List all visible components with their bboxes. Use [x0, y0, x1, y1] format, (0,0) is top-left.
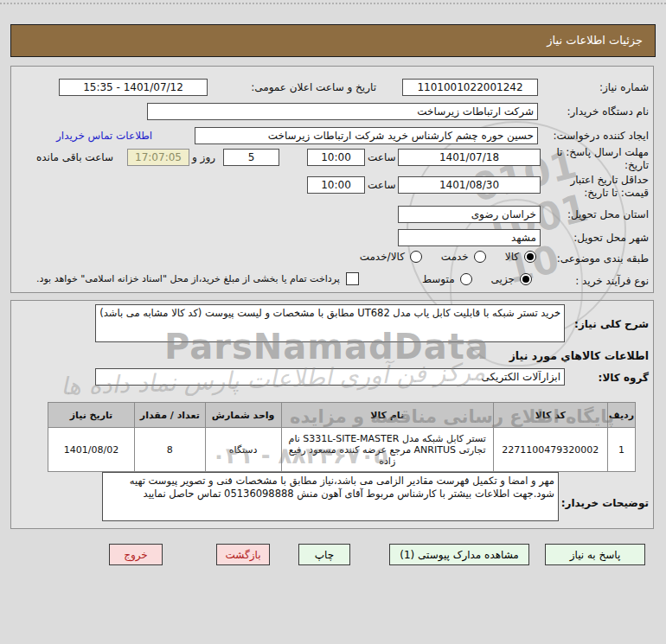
delivery-province-label: استان محل تحویل: [567, 208, 649, 220]
delivery-province-input[interactable] [398, 206, 541, 223]
announce-datetime-label: تاریخ و ساعت اعلان عمومی: [251, 81, 376, 93]
purchase-process-label: نوع فرآیند خرید : [575, 275, 649, 287]
need-number-label: شماره نیاز: [599, 81, 649, 93]
validity-hour-input[interactable] [307, 176, 365, 194]
buyer-notes-label: توضیحات خریدار: [561, 497, 649, 509]
request-creator-input[interactable] [195, 127, 538, 144]
subject-classification-label: طبقه بندی موضوعی: [557, 252, 649, 265]
deadline-hour-label: ساعت [368, 151, 396, 163]
cell-row-number: 1 [607, 428, 635, 472]
cell-goods-code: 2271100479320002 [493, 428, 607, 472]
price-validity-label: حداقل تاریخ اعتبار قیمت: تا تاریخ: [547, 174, 649, 200]
service-radio[interactable] [474, 251, 486, 263]
subject-classification-options: کالا خدمت کالا/خدمت [360, 251, 536, 263]
top-divider [0, 3, 666, 4]
delivery-city-input[interactable] [398, 229, 541, 246]
goods-group-input[interactable] [95, 368, 565, 386]
cell-unit: دستگاه [205, 428, 281, 472]
cell-goods-name: تستر کابل شبکه مدل S331L-SITE-MASTER نام… [281, 428, 493, 472]
goods-table-header-row: ردیف کد کالا نام کالا واحد شمارش تعداد /… [48, 403, 636, 428]
hours-remaining-label: ساعت باقی مانده [36, 151, 113, 163]
buyer-notes-box[interactable]: مهر و امضا و تکمیل فهرست مقادیر الزامی م… [102, 472, 559, 521]
cell-quantity: 8 [134, 428, 205, 472]
exit-button[interactable]: خروج [109, 544, 163, 565]
goods-radio-label: کالا [505, 251, 519, 263]
treasury-payment-row: پرداخت تمام یا بخشی از مبلغ خرید،از محل … [36, 272, 359, 285]
validity-hour-label: ساعت [368, 179, 396, 191]
back-button[interactable]: بازگشت [216, 544, 270, 565]
treasury-checkbox-label: پرداخت تمام یا بخشی از مبلغ خرید،از محل … [36, 273, 340, 284]
option-goods-service: کالا/خدمت [360, 251, 422, 263]
delivery-city-label: شهر محل تحویل: [573, 232, 649, 244]
service-radio-label: خدمت [441, 251, 469, 263]
col-goods-name: نام کالا [281, 403, 493, 428]
goods-service-radio[interactable] [410, 251, 422, 263]
days-and-label: روز و [192, 151, 215, 163]
need-details-page: 0101 1001 10 ParsNamadData مرکز فن آوری … [0, 0, 666, 644]
buyer-org-input[interactable] [147, 103, 538, 120]
request-creator-label: ایجاد کننده درخواست: [553, 130, 649, 142]
cell-need-date: 1401/08/02 [48, 428, 135, 472]
deadline-hour-input[interactable] [307, 149, 365, 166]
response-deadline-label: مهلت ارسال پاسخ: تا تاریخ: [552, 146, 649, 172]
goods-table: ردیف کد کالا نام کالا واحد شمارش تعداد /… [48, 402, 636, 472]
option-goods: کالا [505, 251, 536, 263]
announce-datetime-input[interactable] [59, 79, 208, 96]
need-number-input[interactable] [402, 79, 538, 96]
minor-radio[interactable] [520, 273, 532, 285]
col-row-number: ردیف [607, 403, 635, 428]
col-need-date: تاریخ نیاز [48, 403, 135, 428]
buyer-org-label: نام دستگاه خریدار: [567, 105, 650, 118]
goods-service-radio-label: کالا/خدمت [360, 251, 405, 263]
validity-date-input[interactable] [398, 176, 541, 194]
need-description-label: شرح کلی نیاز: [574, 318, 649, 330]
medium-radio[interactable] [460, 273, 472, 285]
option-medium: متوسط [422, 273, 472, 285]
deadline-date-input[interactable] [398, 149, 541, 166]
option-service: خدمت [441, 251, 486, 263]
goods-group-label: گروه کالا: [599, 372, 649, 384]
treasury-checkbox[interactable] [346, 272, 359, 285]
goods-table-row: 1 2271100479320002 تستر کابل شبکه مدل S3… [48, 428, 636, 472]
print-button[interactable]: چاپ [298, 544, 350, 565]
purchase-process-options: جزیی متوسط [422, 273, 532, 285]
option-minor: جزیی [491, 273, 532, 285]
countdown-timer: 17:07:05 [127, 149, 189, 166]
need-description-box[interactable]: خرید تستر شبکه با قابلیت کابل یاب مدل UT… [95, 304, 565, 342]
col-goods-code: کد کالا [493, 403, 607, 428]
col-unit: واحد شمارش [205, 403, 281, 428]
goods-section-title: اطلاعات کالاهاي مورد نیاز [509, 349, 649, 362]
days-remaining-input[interactable] [223, 149, 279, 166]
col-quantity: تعداد / مقدار [134, 403, 205, 428]
respond-to-need-button[interactable]: پاسخ به نیاز [545, 544, 645, 565]
medium-radio-label: متوسط [422, 273, 455, 285]
buyer-contact-link[interactable]: اطلاعات تماس خریدار [56, 130, 152, 142]
goods-radio[interactable] [524, 251, 536, 263]
view-attachments-button[interactable]: مشاهده مدارک پیوستی (1) [389, 544, 529, 565]
minor-radio-label: جزیی [491, 273, 515, 285]
page-title: جزئیات اطلاعات نیاز [10, 24, 656, 57]
